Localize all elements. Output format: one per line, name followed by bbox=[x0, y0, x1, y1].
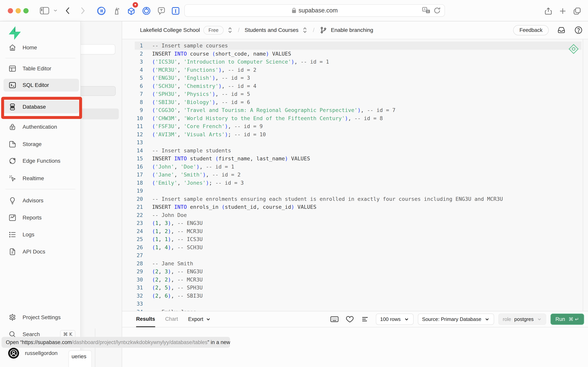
code-line[interactable]: 20-- Insert sample enrolments ensuring e… bbox=[122, 195, 588, 203]
status-bar-link-tooltip: Open “https://supabase.com/dashboard/pro… bbox=[1, 337, 230, 348]
keyboard-shortcuts-icon[interactable] bbox=[330, 315, 339, 323]
code-line[interactable]: 23(1, 3), -- ENG3U bbox=[122, 219, 588, 227]
feedback-button[interactable]: Feedback bbox=[513, 25, 549, 35]
package-heart-extension-icon[interactable]: ♥ bbox=[126, 6, 136, 16]
run-query-button[interactable]: Run ⌘ ↵ bbox=[550, 314, 584, 325]
code-line[interactable]: 2INSERT INTO course (short_code, name) V… bbox=[122, 50, 588, 58]
code-line[interactable]: 15INSERT INTO student (first_name, last_… bbox=[122, 155, 588, 163]
chat-extension-icon[interactable] bbox=[157, 6, 166, 16]
new-tab-icon[interactable] bbox=[558, 6, 567, 16]
blocker-extension-icon[interactable] bbox=[142, 6, 151, 15]
code-line[interactable]: 1-- Insert sample courses bbox=[122, 42, 588, 50]
code-line[interactable]: 25(1, 1), -- ICS3U bbox=[122, 235, 588, 243]
sidebar-item-api-docs[interactable]: API Docs bbox=[3, 245, 79, 258]
code-line[interactable]: 10('CHW3M', 'World History to the End of… bbox=[122, 114, 588, 123]
sidebar-chevron-icon[interactable] bbox=[53, 9, 58, 12]
export-menu[interactable]: Export bbox=[188, 311, 211, 327]
code-line[interactable]: 19 bbox=[122, 187, 588, 195]
code-line[interactable]: 17('Jane', 'Smith'), -- id = 2 bbox=[122, 171, 588, 179]
cleaner-extension-icon[interactable] bbox=[112, 6, 121, 15]
code-line[interactable]: 18('Emily', 'Jones'); -- id = 3 bbox=[122, 179, 588, 187]
back-button[interactable] bbox=[64, 6, 71, 15]
code-line[interactable]: 14-- Insert sample students bbox=[122, 147, 588, 155]
code-line[interactable]: 31(2, 5), -- SPH3U bbox=[122, 284, 588, 292]
inbox-icon[interactable] bbox=[557, 26, 566, 35]
code-line[interactable]: 16('John', 'Doe'), -- id = 1 bbox=[122, 163, 588, 171]
code-text: ('CHW3M', 'World History to the End of t… bbox=[152, 114, 383, 123]
sidebar-item-table-editor[interactable]: Table Editor bbox=[3, 62, 79, 75]
plan-badge[interactable]: Free bbox=[203, 26, 223, 35]
tab-results[interactable]: Results bbox=[136, 311, 155, 327]
code-line[interactable]: 7('SPH3U', 'Physics'), -- id = 5 bbox=[122, 90, 588, 98]
address-bar[interactable]: supabase.com A 文 bbox=[184, 4, 445, 17]
sidebar-item-label: Search bbox=[23, 331, 40, 337]
instapaper-extension-icon[interactable]: I bbox=[171, 6, 180, 15]
project-name[interactable]: Lakefield College School bbox=[140, 27, 200, 33]
editor-right-border bbox=[583, 39, 583, 311]
chevron-down-icon bbox=[206, 317, 211, 322]
ai-assistant-icon[interactable] bbox=[569, 44, 579, 54]
timer-extension-icon[interactable] bbox=[97, 6, 106, 15]
branch-name[interactable]: Students and Courses bbox=[245, 27, 298, 33]
sidebar-item-edge-functions[interactable]: Edge Functions bbox=[3, 155, 79, 167]
code-line[interactable]: 12('AVI3M', 'Visual Arts'); -- id = 10 bbox=[122, 130, 588, 139]
sidebar-item-advisors[interactable]: Advisors bbox=[3, 194, 79, 207]
code-line[interactable]: 33 bbox=[122, 300, 588, 308]
format-lines-icon[interactable] bbox=[361, 315, 369, 323]
code-line[interactable]: 34-- Emily Jones bbox=[122, 308, 588, 311]
code-line[interactable]: 28-- Jane Smith bbox=[122, 259, 588, 268]
translate-icon[interactable]: A 文 bbox=[422, 7, 430, 14]
code-line[interactable]: 24(1, 2), -- MCR3U bbox=[122, 227, 588, 235]
code-line[interactable]: 27 bbox=[122, 251, 588, 259]
sidebar-item-realtime[interactable]: Realtime bbox=[3, 172, 79, 185]
sql-editor[interactable]: 1-- Insert sample courses2INSERT INTO co… bbox=[122, 39, 588, 311]
sidebar-item-logs[interactable]: Logs bbox=[3, 228, 79, 241]
enable-branching-button[interactable]: Enable branching bbox=[331, 27, 373, 33]
branch-switcher-icon[interactable] bbox=[302, 27, 308, 34]
sidebar-item-authentication[interactable]: Authentication bbox=[3, 121, 79, 133]
code-line[interactable]: 29(2, 3), -- ENG3U bbox=[122, 267, 588, 276]
code-text: ('Jane', 'Smith'), -- id = 2 bbox=[152, 171, 241, 179]
code-line[interactable]: 9('CGG3O', 'Travel and Tourism: A Region… bbox=[122, 106, 588, 114]
help-icon[interactable] bbox=[574, 26, 583, 35]
code-text: ('MCR3U', 'Functions'), -- id = 2 bbox=[152, 66, 256, 74]
sidebar-toggle-icon[interactable] bbox=[40, 6, 50, 15]
code-line[interactable]: 6('SCH3U', 'Chemistry'), -- id = 4 bbox=[122, 82, 588, 90]
line-number: 2 bbox=[122, 50, 143, 58]
sidebar-item-sql-editor[interactable]: SQL Editor bbox=[3, 79, 79, 92]
project-switcher-icon[interactable] bbox=[227, 27, 233, 34]
code-line[interactable]: 8('SBI3U', 'Biology'), -- id = 6 bbox=[122, 98, 588, 106]
share-icon[interactable] bbox=[544, 6, 553, 16]
code-line[interactable]: 22-- John Doe bbox=[122, 211, 588, 219]
tab-overview-icon[interactable] bbox=[572, 6, 582, 16]
role-dropdown[interactable]: role postgres bbox=[498, 314, 546, 325]
code-line[interactable]: 4('MCR3U', 'Functions'), -- id = 2 bbox=[122, 66, 588, 74]
sidebar-item-project-settings[interactable]: Project Settings bbox=[3, 311, 79, 324]
sidebar-item-account[interactable]: russellgordon bbox=[3, 347, 79, 360]
code-text: ('FSF3U', 'Core French'), -- id = 9 bbox=[152, 122, 263, 130]
sidebar-item-storage[interactable]: Storage bbox=[3, 138, 79, 151]
code-line[interactable]: 13 bbox=[122, 138, 588, 147]
minimize-window-button[interactable] bbox=[16, 8, 21, 13]
code-line[interactable]: 5('ENG3U', 'English'), -- id = 3 bbox=[122, 74, 588, 82]
forward-button[interactable] bbox=[79, 6, 86, 15]
queries-fragment-button[interactable]: ueries bbox=[68, 350, 92, 367]
favorite-heart-icon[interactable] bbox=[345, 315, 354, 323]
source-dropdown[interactable]: Source: Primary Database bbox=[418, 314, 494, 325]
advisors-icon bbox=[8, 196, 17, 205]
sql-icon bbox=[8, 81, 17, 89]
code-line[interactable]: 11('FSF3U', 'Core French'), -- id = 9 bbox=[122, 122, 588, 130]
reload-icon[interactable] bbox=[433, 7, 441, 14]
code-line[interactable]: 3('ICS3U', 'Introduction to Computer Sci… bbox=[122, 58, 588, 66]
sidebar-item-home[interactable]: Home bbox=[3, 41, 79, 54]
supabase-logo-icon[interactable] bbox=[7, 26, 22, 41]
code-line[interactable]: 26(1, 4), -- SCH3U bbox=[122, 243, 588, 251]
close-window-button[interactable] bbox=[8, 8, 13, 13]
code-line[interactable]: 32(2, 6), -- SBI3U bbox=[122, 292, 588, 300]
zoom-window-button[interactable] bbox=[23, 8, 29, 13]
rows-limit-dropdown[interactable]: 100 rows bbox=[376, 314, 414, 325]
sidebar-item-reports[interactable]: Reports bbox=[3, 211, 79, 224]
code-line[interactable]: 30(2, 2), -- MCR3U bbox=[122, 276, 588, 284]
tab-chart[interactable]: Chart bbox=[165, 311, 178, 327]
code-line[interactable]: 21INSERT INTO enrols_in (student_id, cou… bbox=[122, 203, 588, 211]
